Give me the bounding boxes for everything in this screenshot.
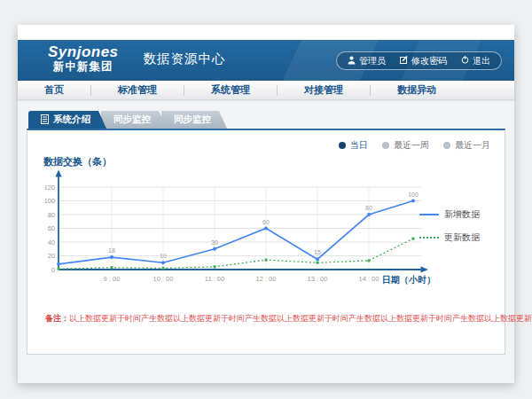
tab-system-intro[interactable]: 系统介绍 — [28, 111, 106, 129]
logo-company-name: 新中新集团 — [48, 61, 119, 74]
tab-sync-monitor-1[interactable]: 同步监控 — [101, 111, 167, 129]
legend-label: 更新数据 — [444, 231, 480, 244]
legend-item-update-data: 更新数据 — [419, 231, 494, 244]
tab-sync-monitor-2[interactable]: 同步监控 — [161, 111, 227, 129]
nav-item-system-mgmt[interactable]: 系统管理 — [184, 83, 277, 97]
svg-text:120: 120 — [45, 184, 55, 192]
footnote-text: 以上数据更新于时间产生数据以上数据更新于时间产生数据以上数据更新于时间产生数据以… — [69, 314, 532, 323]
footnote-label: 备注： — [45, 314, 69, 323]
legend-item-new-data: 新增数据 — [419, 208, 494, 221]
radio-label: 当日 — [350, 139, 368, 152]
logo-wordmark: Synjones — [48, 44, 119, 61]
radio-today[interactable]: 当日 — [339, 139, 368, 152]
nav-item-standard-mgmt[interactable]: 标准管理 — [91, 83, 184, 97]
main-nav: 首页 标准管理 系统管理 对接管理 数据异动 — [18, 81, 514, 100]
svg-text:18: 18 — [108, 247, 115, 254]
logout-button[interactable]: 退出 — [461, 55, 490, 67]
change-password-button[interactable]: 修改密码 — [400, 55, 447, 67]
radio-dot-icon — [443, 142, 450, 149]
chart-legend: 新增数据 更新数据 — [419, 208, 494, 254]
y-axis-title: 数据交换（条） — [43, 155, 112, 168]
user-icon — [348, 56, 356, 66]
svg-text:11 : 00: 11 : 00 — [205, 275, 224, 283]
radio-last-month[interactable]: 最近一月 — [443, 139, 490, 152]
svg-text:60: 60 — [48, 224, 55, 232]
tab-label: 系统介绍 — [53, 113, 90, 126]
svg-text:40: 40 — [48, 239, 55, 246]
svg-text:10 : 00: 10 : 00 — [153, 275, 174, 283]
user-bar: 管理员 修改密码 退出 — [336, 51, 502, 70]
solid-line-swatch — [419, 214, 439, 215]
chart-panel: 当日 最近一周 最近一月 数据交换（条） 0204060801001209 : … — [27, 129, 505, 355]
tab-label: 同步监控 — [113, 113, 151, 126]
range-filter: 当日 最近一周 最近一月 — [339, 139, 490, 152]
tab-bar: 系统介绍 同步监控 同步监控 — [28, 111, 222, 129]
dotted-line-swatch — [419, 237, 439, 239]
svg-text:13 : 00: 13 : 00 — [308, 275, 328, 283]
svg-text:日期（小时）: 日期（小时） — [382, 275, 435, 285]
svg-text:12 : 00: 12 : 00 — [256, 275, 277, 283]
svg-text:20: 20 — [48, 252, 55, 260]
radio-dot-icon — [382, 142, 389, 149]
svg-text:14 : 00: 14 : 00 — [359, 275, 379, 283]
brand: Synjones 新中新集团 数据资源中心 — [48, 44, 226, 73]
footnote: 备注：以上数据更新于时间产生数据以上数据更新于时间产生数据以上数据更新于时间产生… — [27, 313, 505, 325]
svg-text:30: 30 — [211, 239, 218, 246]
nav-item-integration-mgmt[interactable]: 对接管理 — [278, 83, 370, 97]
change-password-label: 修改密码 — [411, 55, 447, 67]
radio-label: 最近一周 — [394, 139, 429, 152]
svg-text:0: 0 — [51, 266, 55, 274]
svg-text:100: 100 — [408, 192, 419, 198]
logout-label: 退出 — [473, 55, 490, 67]
radio-label: 最近一月 — [455, 139, 490, 152]
svg-text:60: 60 — [262, 219, 270, 225]
document-icon — [41, 114, 49, 126]
svg-text:80: 80 — [48, 211, 55, 219]
edit-icon — [400, 56, 408, 66]
power-icon — [461, 56, 469, 66]
tab-label: 同步监控 — [174, 113, 211, 126]
svg-text:10: 10 — [160, 253, 167, 259]
svg-text:9 : 00: 9 : 00 — [104, 275, 121, 283]
app-window: Synjones 新中新集团 数据资源中心 管理员 修改密码 退出 首页 标准管… — [18, 25, 514, 383]
svg-text:15: 15 — [314, 249, 321, 255]
company-logo: Synjones 新中新集团 — [48, 44, 119, 73]
app-header: Synjones 新中新集团 数据资源中心 管理员 修改密码 退出 — [18, 40, 514, 81]
svg-text:100: 100 — [45, 197, 55, 205]
content-area: 系统介绍 同步监控 同步监控 当日 最近一周 — [18, 100, 514, 383]
nav-item-data-changes[interactable]: 数据异动 — [371, 83, 463, 97]
top-strip — [18, 25, 514, 40]
line-chart: 0204060801001209 : 0010 : 0011 : 0012 : … — [45, 169, 453, 302]
legend-label: 新增数据 — [444, 208, 480, 221]
user-menu[interactable]: 管理员 — [348, 55, 386, 67]
radio-last-week[interactable]: 最近一周 — [382, 139, 429, 152]
page-title: 数据资源中心 — [144, 51, 226, 67]
nav-item-home[interactable]: 首页 — [18, 83, 90, 97]
radio-dot-icon — [339, 142, 346, 149]
svg-text:80: 80 — [365, 205, 372, 211]
user-name: 管理员 — [359, 55, 386, 67]
